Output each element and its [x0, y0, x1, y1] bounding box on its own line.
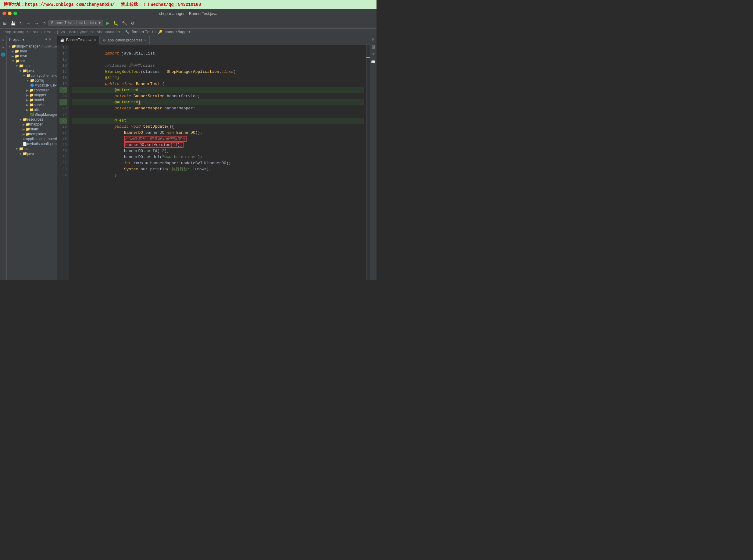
- tab-bannertest-label: BannerTest.java: [66, 38, 92, 42]
- structure-icon[interactable]: ≡: [1, 37, 6, 43]
- breadcrumb-part-3: java: [56, 30, 65, 35]
- gutter-change-marker: [366, 57, 370, 58]
- tab-bannertest-close[interactable]: ✕: [94, 38, 96, 42]
- tree-config[interactable]: ▼ 📁 config: [7, 78, 57, 83]
- main-layout: ≡ ★ 🌐 Project ▼ ⊕ ⚙ — ▼ 📁 shop-manager ~…: [0, 36, 376, 280]
- panel-header: Project ▼ ⊕ ⚙ —: [7, 36, 57, 43]
- breadcrumb-part-2: test: [43, 30, 52, 35]
- breadcrumb-bannermapper: 🔑 bannerMapper: [158, 30, 191, 35]
- traffic-lights: [2, 12, 17, 15]
- tree-service[interactable]: ▶ 📁 service: [7, 102, 57, 107]
- breadcrumb-part-1: src: [33, 30, 40, 35]
- tree-test[interactable]: ▼ 📁 test: [7, 146, 57, 151]
- word-book-icon[interactable]: 📖: [371, 59, 376, 65]
- tree-mybatis-xml[interactable]: 📄 mybatis-config.xml: [7, 141, 57, 146]
- panel-header-icons: ⊕ ⚙ —: [45, 37, 54, 42]
- build-icon[interactable]: 🔨: [121, 20, 128, 26]
- settings-icon[interactable]: ⚙: [130, 20, 136, 26]
- scope-icon[interactable]: ⊕: [45, 37, 47, 42]
- tab-app-properties[interactable]: ⚙ application.properties ✕: [100, 36, 150, 44]
- top-banner: 博客地址：https://www.cnblogs.com/chenyanbin/…: [0, 0, 376, 9]
- tree-model[interactable]: ▶ 📁 model: [7, 98, 57, 102]
- tree-controller[interactable]: ▶ 📁 controller: [7, 88, 57, 93]
- close-button[interactable]: [2, 12, 6, 15]
- favorites-icon[interactable]: ★: [1, 44, 6, 50]
- code-editor: 13 14 15 16 17 18 19 20 21 22 23 24 25 2…: [57, 44, 370, 280]
- tree-test-java[interactable]: ▼ 📁 java: [7, 151, 57, 156]
- tab-bannertest[interactable]: ☕ BannerTest.java ✕: [57, 36, 100, 44]
- tree-src[interactable]: ▼ 📁 src: [7, 59, 57, 63]
- undo-icon[interactable]: ↺: [41, 20, 47, 26]
- back-icon[interactable]: ←: [25, 20, 32, 26]
- left-sidebar: ≡ ★ 🌐: [0, 36, 7, 280]
- code-content[interactable]: import java.util.List; //classes=启动类.cla…: [69, 44, 366, 280]
- tree-com-ybchen[interactable]: ▼ 📁 com.ybchen.shopmanager: [7, 73, 57, 78]
- contact-text: 禁止转载！！！Wechat/qq：543210188: [121, 2, 201, 7]
- save-icon[interactable]: 💾: [9, 20, 17, 26]
- code-line-24: @Test: [72, 112, 364, 118]
- tree-idea[interactable]: ▶ 📁 .idea: [7, 49, 57, 54]
- run-config-dropdown-icon: ▼: [98, 21, 101, 25]
- breadcrumb-part-6: shopmanager: [97, 30, 121, 35]
- tree-static[interactable]: ▶ 📁 static: [7, 127, 57, 132]
- tree-utils[interactable]: ▶ 📁 utils: [7, 107, 57, 112]
- tree-mapper[interactable]: ▶ 📁 mapper: [7, 93, 57, 98]
- tree-java[interactable]: ▼ 📁 java: [7, 68, 57, 73]
- window-title: shop-manager – BannerTest.java: [159, 11, 218, 16]
- tree-shopmanager-app[interactable]: 🌿 ShopManagerApplication: [7, 112, 57, 117]
- title-bar: shop-manager – BannerTest.java: [0, 9, 376, 18]
- maximize-button[interactable]: [14, 12, 17, 15]
- code-line-13: import java.util.List;: [72, 44, 364, 51]
- collapse-icon[interactable]: —: [52, 37, 54, 42]
- tree-templates[interactable]: ▶ 📁 templates: [7, 132, 57, 137]
- editor-area: ☕ BannerTest.java ✕ ⚙ application.proper…: [57, 36, 370, 280]
- breadcrumb-part-0: shop-manager: [2, 30, 28, 35]
- breadcrumb: shop-manager › src › test › java › com ›…: [0, 28, 376, 36]
- structure-right-icon[interactable]: ≡: [371, 52, 376, 57]
- tree-resources[interactable]: ▼ 📁 resources: [7, 117, 57, 122]
- web-icon[interactable]: 🌐: [1, 52, 6, 57]
- run-button[interactable]: ▶: [104, 20, 111, 26]
- tree-root[interactable]: ▼ 📁 shop-manager ~/IdeaProjects/shop-man…: [7, 44, 57, 49]
- sync-icon[interactable]: ↻: [18, 20, 24, 26]
- line-numbers: 13 14 15 16 17 18 19 20 21 22 23 24 25 2…: [57, 44, 69, 280]
- minimize-button[interactable]: [8, 12, 12, 15]
- tab-app-properties-close[interactable]: ✕: [144, 39, 146, 42]
- tree-app-properties[interactable]: ⚙ application.properties: [7, 137, 57, 141]
- tree-res-mapper[interactable]: ▶ 📁 mapper: [7, 122, 57, 127]
- debug-button[interactable]: 🐛: [112, 20, 119, 26]
- right-gutter: [366, 44, 370, 280]
- breadcrumb-bannertest: 🔧 BannerTest: [125, 30, 154, 35]
- panel-title: Project ▼: [9, 38, 25, 42]
- tree-mybatis-config[interactable]: 🔷 MybatisPlusPageConfig: [7, 83, 57, 88]
- right-sidebar: M 🗄 ≡ 📖: [370, 36, 376, 280]
- code-line-15: //classes=启动类.class: [72, 57, 364, 63]
- tree-main[interactable]: ▼ 📁 main: [7, 63, 57, 68]
- blog-url-text: 博客地址：https://www.cnblogs.com/chenyanbin/: [4, 2, 115, 7]
- file-tree: ▼ 📁 shop-manager ~/IdeaProjects/shop-man…: [7, 43, 57, 157]
- maven-icon[interactable]: M: [371, 37, 376, 43]
- breadcrumb-part-5: ybchen: [80, 30, 93, 35]
- project-icon[interactable]: ⊞: [2, 20, 8, 26]
- settings-panel-icon[interactable]: ⚙: [49, 37, 51, 42]
- forward-icon[interactable]: →: [33, 20, 40, 26]
- toolbar: ⊞ 💾 ↻ ← → ↺ BannerTest.testUpdate ▼ ▶ 🐛 …: [0, 18, 376, 28]
- file-tree-panel: Project ▼ ⊕ ⚙ — ▼ 📁 shop-manager ~/IdeaP…: [7, 36, 57, 280]
- run-config-label: BannerTest.testUpdate: [51, 21, 97, 25]
- editor-tabs: ☕ BannerTest.java ✕ ⚙ application.proper…: [57, 36, 370, 44]
- tree-mvn[interactable]: ▶ 📁 .mvn: [7, 54, 57, 59]
- run-config-selector[interactable]: BannerTest.testUpdate ▼: [49, 20, 103, 26]
- database-icon[interactable]: 🗄: [371, 44, 376, 50]
- breadcrumb-part-4: com: [69, 30, 76, 35]
- tab-app-properties-label: application.properties: [108, 38, 142, 42]
